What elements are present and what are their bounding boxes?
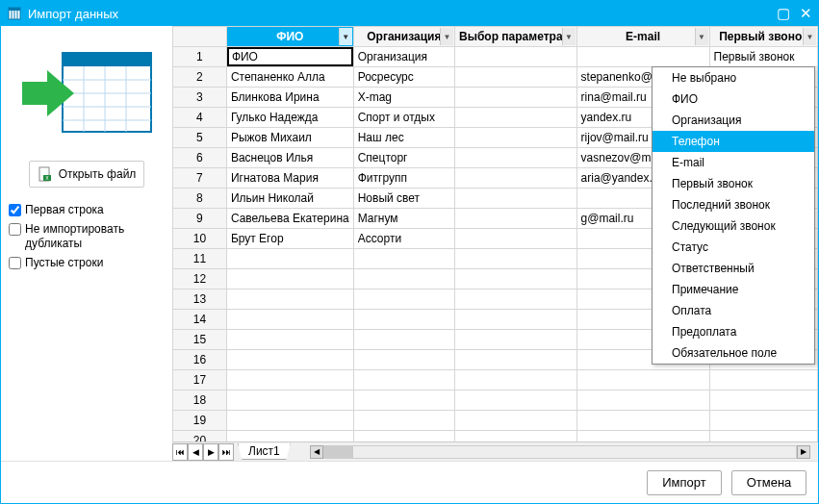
cell-email[interactable]: [576, 391, 709, 411]
cell-email[interactable]: [576, 411, 709, 431]
cell-org[interactable]: Фитгрупп: [353, 168, 454, 189]
cell-fio[interactable]: Блинкова Ирина: [226, 88, 353, 108]
dropdown-firstcall-icon[interactable]: ▼: [803, 28, 816, 45]
hscroll-left-icon[interactable]: ◀: [310, 445, 323, 459]
dropdown-item[interactable]: Организация: [653, 110, 814, 131]
dropdown-item[interactable]: Последний звонок: [653, 194, 814, 215]
cell-fio[interactable]: [226, 47, 353, 67]
sheet-nav-prev-icon[interactable]: ◀: [188, 443, 203, 461]
cell-org[interactable]: Спорт и отдых: [353, 108, 454, 128]
hscroll-thumb[interactable]: [324, 446, 353, 458]
cell-first[interactable]: [709, 391, 818, 411]
cell-fio[interactable]: Рыжов Михаил: [226, 128, 353, 148]
sheet-nav-first-icon[interactable]: ⏮: [172, 443, 188, 461]
dropdown-item[interactable]: Первый звонок: [653, 173, 814, 194]
dropdown-item[interactable]: Следующий звонок: [653, 215, 814, 237]
dropdown-item[interactable]: Примечание: [653, 279, 814, 300]
table-row[interactable]: 18: [173, 391, 818, 411]
hscroll-track[interactable]: [323, 445, 797, 459]
checkbox-no-duplicates[interactable]: Не импортировать дубликаты: [9, 222, 165, 250]
dropdown-item[interactable]: Предоплата: [653, 321, 814, 342]
cell-fio[interactable]: [226, 249, 353, 269]
dropdown-fio-icon[interactable]: ▼: [339, 28, 352, 45]
cell-fio[interactable]: [226, 269, 353, 290]
cell-fio[interactable]: Васнецов Илья: [226, 148, 353, 168]
cell-param[interactable]: [455, 290, 577, 310]
dropdown-item[interactable]: Не выбрано: [653, 67, 814, 88]
cell-fio[interactable]: [226, 391, 353, 411]
cell-editor-input[interactable]: [227, 47, 353, 66]
dropdown-item[interactable]: Статус: [653, 237, 814, 258]
sheet-tab[interactable]: Лист1: [238, 443, 291, 460]
dropdown-item[interactable]: Оплата: [653, 300, 814, 321]
dropdown-item[interactable]: Телефон: [653, 131, 814, 152]
cell-param[interactable]: [455, 209, 577, 229]
cell-param[interactable]: [455, 350, 577, 370]
cell-org[interactable]: [353, 370, 454, 391]
cell-fio[interactable]: [226, 330, 353, 350]
cell-param[interactable]: [455, 67, 577, 88]
cell-param[interactable]: [455, 128, 577, 148]
cell-param[interactable]: [455, 391, 577, 411]
table-row[interactable]: 20: [173, 431, 818, 442]
cell-org[interactable]: [353, 249, 454, 269]
checkbox-empty-rows[interactable]: Пустые строки: [9, 256, 165, 269]
dropdown-param-icon[interactable]: ▼: [562, 28, 576, 45]
dropdown-item[interactable]: Обязательное поле: [653, 342, 814, 364]
cell-param[interactable]: [455, 330, 577, 350]
maximize-button[interactable]: ▢: [777, 5, 790, 22]
cell-org[interactable]: [353, 269, 454, 290]
cell-org[interactable]: Спецторг: [353, 148, 454, 168]
header-param[interactable]: Выбор параметра...▼: [455, 27, 577, 47]
dropdown-email-icon[interactable]: ▼: [695, 28, 708, 45]
cell-fio[interactable]: Брут Егор: [226, 229, 353, 249]
header-fio[interactable]: ФИО▼: [226, 27, 353, 47]
cell-fio[interactable]: [226, 431, 353, 442]
cell-param[interactable]: [455, 168, 577, 189]
cell-param[interactable]: [455, 88, 577, 108]
header-org[interactable]: Организация▼: [353, 27, 454, 47]
cell-fio[interactable]: Степаненко Алла: [226, 67, 353, 88]
cell-param[interactable]: [455, 431, 577, 442]
cell-org[interactable]: Новый свет: [353, 189, 454, 209]
cell-email[interactable]: [576, 47, 709, 67]
cell-org[interactable]: [353, 290, 454, 310]
cell-fio[interactable]: Савельева Екатерина: [226, 209, 353, 229]
cell-fio[interactable]: [226, 350, 353, 370]
cell-org[interactable]: [353, 431, 454, 442]
checkbox-no-duplicates-input[interactable]: [9, 223, 21, 236]
table-row[interactable]: 17: [173, 370, 818, 391]
cell-org[interactable]: [353, 411, 454, 431]
cell-param[interactable]: [455, 189, 577, 209]
sheet-nav-next-icon[interactable]: ▶: [203, 443, 218, 461]
sheet-nav-last-icon[interactable]: ⏭: [218, 443, 234, 461]
cell-param[interactable]: [455, 249, 577, 269]
open-file-button[interactable]: X Открыть файл: [29, 161, 145, 188]
cell-param[interactable]: [455, 411, 577, 431]
cell-fio[interactable]: Ильин Николай: [226, 189, 353, 209]
cell-org[interactable]: Ассорти: [353, 229, 454, 249]
cell-email[interactable]: [576, 370, 709, 391]
cell-fio[interactable]: [226, 310, 353, 330]
cell-first[interactable]: [709, 411, 818, 431]
cell-param[interactable]: [455, 47, 577, 67]
cell-first[interactable]: Первый звонок: [709, 47, 818, 67]
cell-org[interactable]: Наш лес: [353, 128, 454, 148]
cell-param[interactable]: [455, 108, 577, 128]
checkbox-empty-rows-input[interactable]: [9, 257, 21, 269]
cell-fio[interactable]: Игнатова Мария: [226, 168, 353, 189]
cell-param[interactable]: [455, 269, 577, 290]
cell-org[interactable]: X-mag: [353, 88, 454, 108]
cell-org[interactable]: Магнум: [353, 209, 454, 229]
cell-fio[interactable]: [226, 290, 353, 310]
cancel-button[interactable]: Отмена: [731, 470, 806, 495]
header-firstcall[interactable]: Первый звонок▼: [709, 27, 818, 47]
table-row[interactable]: 1ОрганизацияПервый звонок: [173, 47, 818, 67]
cell-email[interactable]: [576, 431, 709, 442]
checkbox-first-row-input[interactable]: [9, 204, 21, 216]
cell-param[interactable]: [455, 370, 577, 391]
dropdown-item[interactable]: E-mail: [653, 152, 814, 173]
dropdown-item[interactable]: ФИО: [653, 88, 814, 110]
param-dropdown[interactable]: Не выбраноФИООрганизацияТелефонE-mailПер…: [652, 66, 815, 365]
cell-param[interactable]: [455, 310, 577, 330]
